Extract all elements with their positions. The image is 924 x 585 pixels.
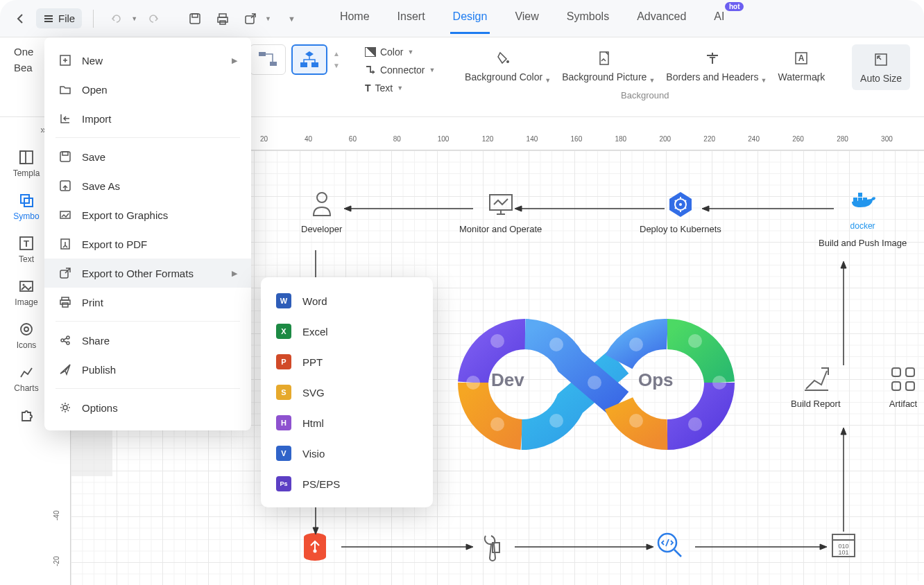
export-visio[interactable]: VVisio: [261, 438, 433, 469]
menu-divider: [55, 137, 240, 138]
back-button[interactable]: [10, 8, 32, 30]
export-excel[interactable]: XExcel: [261, 316, 433, 347]
sidebar-icons[interactable]: Icons: [17, 320, 37, 350]
export-ps[interactable]: PsPS/EPS: [261, 469, 433, 499]
undo-dropdown[interactable]: ▼: [131, 15, 137, 22]
svg-marker-62: [466, 544, 473, 550]
print-icon: [58, 295, 72, 309]
export-svg[interactable]: SSVG: [261, 377, 433, 408]
svg-rect-38: [906, 382, 914, 390]
export-html[interactable]: HHtml: [261, 408, 433, 438]
svg-point-76: [688, 417, 702, 431]
svg-rect-82: [60, 211, 70, 218]
svg-marker-56: [313, 527, 318, 534]
svg-rect-17: [20, 151, 26, 164]
code-search-icon: [655, 530, 685, 561]
auto-size-button[interactable]: Auto Size: [852, 44, 910, 90]
menu-save-as[interactable]: Save As: [44, 171, 251, 200]
undo-button[interactable]: [105, 7, 128, 30]
watermark-icon: A: [792, 49, 811, 68]
menu-print[interactable]: Print: [44, 288, 251, 317]
svg-point-42: [314, 550, 317, 553]
sidebar-charts[interactable]: Charts: [14, 363, 38, 393]
node-artifact[interactable]: Artifact: [888, 364, 918, 409]
tab-insert[interactable]: Insert: [395, 6, 428, 31]
svg-point-77: [629, 414, 643, 428]
node-git[interactable]: [301, 530, 332, 565]
menu-save[interactable]: Save: [44, 142, 251, 171]
binary-icon: 010101: [828, 530, 859, 561]
menu-new[interactable]: New ▶: [44, 46, 251, 75]
devops-infinity[interactable]: [445, 306, 744, 459]
hamburger-icon: [43, 13, 54, 24]
tab-advanced[interactable]: Advanced: [634, 6, 689, 31]
sidebar-symbols[interactable]: Symbo: [13, 191, 39, 221]
export-dropdown[interactable]: ▼: [265, 15, 271, 22]
menu-export-pdf[interactable]: Export to PDF: [44, 229, 251, 259]
connector-tool[interactable]: Connector▼: [362, 62, 438, 78]
report-icon: [801, 364, 831, 394]
export-word[interactable]: WWord: [261, 286, 433, 316]
svg-rect-37: [892, 382, 900, 390]
menu-import[interactable]: Import: [44, 104, 251, 133]
menu-open[interactable]: Open: [44, 75, 251, 104]
shape-preset-2-selected[interactable]: [291, 44, 327, 75]
node-docker[interactable]: docker Build and Push Image: [819, 186, 907, 248]
borders-button[interactable]: T Borders and Headers▼: [656, 44, 768, 87]
export-ppt[interactable]: PPPT: [261, 347, 433, 377]
export-button[interactable]: [239, 7, 262, 30]
shape-scroll-up[interactable]: ▲: [333, 50, 340, 58]
text-tool[interactable]: T Text▼: [362, 80, 438, 96]
file-menu-button[interactable]: File: [36, 8, 82, 28]
node-codesearch[interactable]: [655, 530, 685, 565]
svg-marker-50: [344, 206, 351, 211]
svg-rect-36: [906, 368, 914, 376]
sidebar-text[interactable]: T Text: [17, 234, 36, 264]
svg-point-91: [63, 405, 67, 410]
sidebar-more[interactable]: [17, 405, 36, 425]
artifact-icon: [888, 364, 918, 394]
menu-export-other[interactable]: Export to Other Formats ▶: [44, 259, 251, 288]
svg-point-69: [490, 417, 504, 431]
color-tool[interactable]: Color▼: [362, 44, 438, 60]
node-developer[interactable]: Developer: [301, 189, 342, 234]
menu-share[interactable]: Share: [44, 326, 251, 355]
tab-symbols[interactable]: Symbols: [564, 6, 612, 31]
tab-ai[interactable]: AI hot: [711, 6, 727, 31]
ribbon-quick-tools: Color▼ Connector▼ T Text▼: [362, 44, 438, 96]
visio-icon: V: [276, 446, 291, 461]
top-toolbar: File ▼ ▼ ▼ Home Insert Design View Symbo…: [0, 0, 924, 37]
arrow-wrench-search: [515, 543, 653, 551]
redo-button[interactable]: [142, 7, 165, 30]
menu-divider: [55, 388, 240, 389]
shape-preset-1[interactable]: [250, 44, 286, 75]
sidebar-images[interactable]: Image: [15, 277, 37, 307]
bg-picture-button[interactable]: Background Picture▼: [552, 44, 656, 87]
bg-color-button[interactable]: Background Color▼: [455, 44, 552, 87]
node-binary[interactable]: 010101: [828, 530, 859, 565]
watermark-button[interactable]: A Watermark▼: [768, 44, 835, 87]
file-label: File: [58, 12, 75, 24]
save-as-icon: [58, 179, 72, 193]
svg-marker-54: [702, 206, 709, 211]
menu-publish[interactable]: Publish: [44, 355, 251, 384]
shape-scroll-down[interactable]: ▼: [333, 62, 340, 69]
print-button[interactable]: [211, 7, 234, 30]
share-icon: [58, 333, 72, 347]
tab-design[interactable]: Design: [450, 6, 490, 31]
node-wrench[interactable]: [474, 530, 505, 565]
node-build-report[interactable]: Build Report: [791, 364, 841, 409]
save-icon: [58, 150, 72, 164]
export-pdf-icon: [58, 237, 72, 251]
tab-view[interactable]: View: [512, 6, 541, 31]
sidebar-templates[interactable]: Templa: [13, 148, 40, 178]
menu-options[interactable]: Options: [44, 393, 251, 422]
menu-export-graphics[interactable]: Export to Graphics: [44, 200, 251, 229]
more-dropdown[interactable]: ▼: [288, 15, 296, 23]
puzzle-icon: [17, 405, 36, 425]
svg-rect-86: [60, 300, 70, 304]
tab-home[interactable]: Home: [337, 6, 373, 31]
svg-point-67: [490, 334, 504, 348]
save-button[interactable]: [183, 7, 207, 30]
svg-point-25: [24, 327, 28, 331]
